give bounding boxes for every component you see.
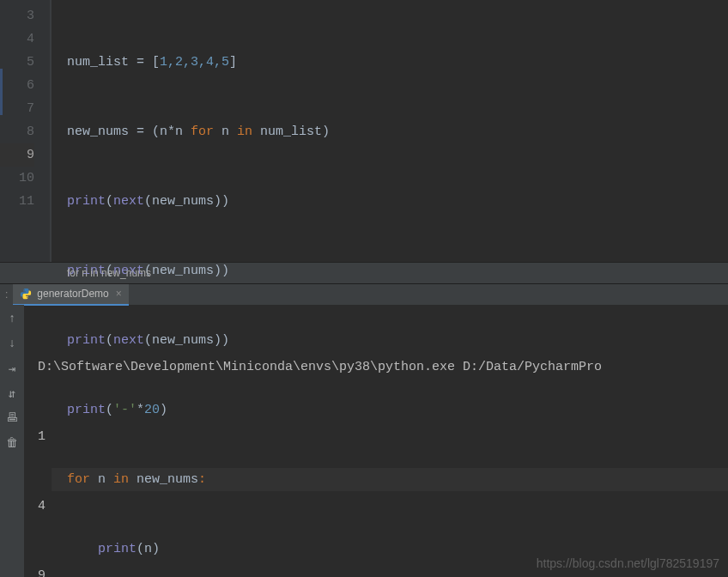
identifier: n*n <box>160 125 183 139</box>
run-tab[interactable]: generatorDemo × <box>13 284 128 306</box>
operator: = ( <box>129 125 160 139</box>
code-line[interactable]: print(next(new_nums)) <box>67 190 728 213</box>
number: 1,2,3,4,5 <box>160 55 229 70</box>
code-line[interactable]: print(next(new_nums)) <box>67 259 728 282</box>
console-output[interactable]: D:\Software\Development\Miniconda\envs\p… <box>24 305 728 577</box>
up-icon[interactable]: ↑ <box>3 310 21 327</box>
builtin: print <box>67 194 106 209</box>
down-icon[interactable]: ↓ <box>3 335 21 352</box>
console-command: D:\Software\Development\Miniconda\envs\p… <box>38 355 728 379</box>
line-number: 10 <box>0 167 34 190</box>
line-number: 6 <box>0 74 34 97</box>
soft-wrap-icon[interactable]: ⇥ <box>3 360 21 377</box>
paren: ( <box>144 194 152 209</box>
bracket: ) <box>322 125 330 139</box>
line-number: 5 <box>0 51 34 74</box>
run-label: : <box>0 288 13 301</box>
paren: )) <box>214 194 229 209</box>
console-line: 1 <box>38 425 728 448</box>
scroll-to-end-icon[interactable]: ⇵ <box>3 385 21 402</box>
line-number: 8 <box>0 120 34 143</box>
line-number: 7 <box>0 97 34 120</box>
identifier: n <box>221 125 229 139</box>
close-icon[interactable]: × <box>114 288 122 300</box>
bracket: ] <box>229 55 237 70</box>
identifier: new_nums <box>67 125 129 139</box>
line-number: 9 <box>0 143 34 167</box>
line-number: 4 <box>0 27 34 51</box>
identifier: new_nums <box>152 194 214 209</box>
watermark: https://blog.csdn.net/lgl782519197 <box>537 556 719 570</box>
identifier: num_list <box>260 125 322 139</box>
console-toolbar: ↑ ↓ ⇥ ⇵ 🖶 🗑 <box>0 305 24 577</box>
trash-icon[interactable]: 🗑 <box>3 434 21 452</box>
keyword: for <box>183 125 221 139</box>
code-line[interactable]: num_list = [1,2,3,4,5] <box>67 51 728 74</box>
paren: )) <box>214 264 229 278</box>
line-number: 3 <box>0 4 34 27</box>
code-line[interactable]: new_nums = (n*n for n in num_list) <box>67 120 728 143</box>
run-tab-label: generatorDemo <box>37 288 108 300</box>
keyword: in <box>229 125 260 139</box>
identifier: new_nums <box>152 264 214 278</box>
console-line: 4 <box>38 495 728 518</box>
python-icon <box>20 288 32 300</box>
identifier: num_list <box>67 55 129 70</box>
print-icon[interactable]: 🖶 <box>3 410 21 427</box>
operator: = [ <box>129 55 160 70</box>
code-area[interactable]: num_list = [1,2,3,4,5] new_nums = (n*n f… <box>52 0 728 262</box>
line-number: 11 <box>0 190 34 213</box>
line-gutter: 3 4 5 6 7 8 9 10 11 <box>0 0 52 262</box>
builtin: next <box>113 194 144 209</box>
code-editor[interactable]: 3 4 5 6 7 8 9 10 11 num_list = [1,2,3,4,… <box>0 0 728 262</box>
paren: ( <box>106 194 113 209</box>
